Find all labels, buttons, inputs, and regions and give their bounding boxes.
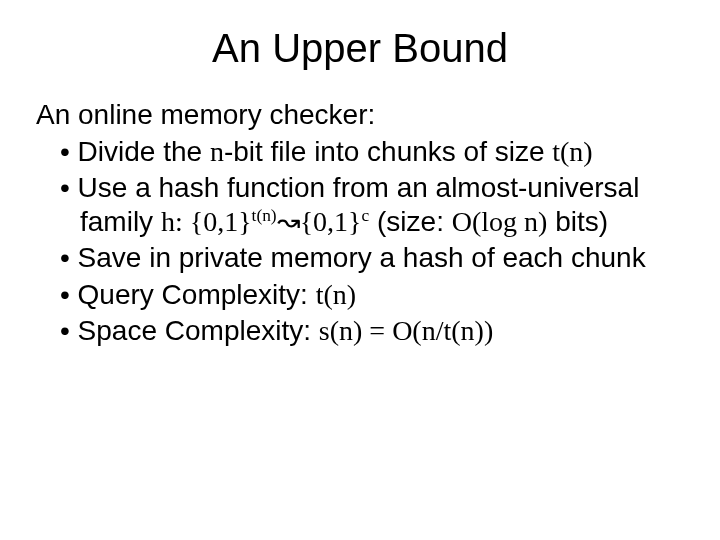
math-ologn: O(log n)	[452, 206, 548, 237]
math-sup-tn: t(n)	[252, 206, 277, 225]
slide-title: An Upper Bound	[36, 26, 684, 71]
math-tn2: t(n)	[316, 279, 356, 310]
bullet-list: Divide the n-bit file into chunks of siz…	[36, 135, 684, 348]
intro-line: An online memory checker:	[36, 99, 684, 131]
bullet-1: Divide the n-bit file into chunks of siz…	[60, 135, 684, 169]
arrow-icon: ↝	[277, 206, 300, 237]
text: Save in private memory a hash of each ch…	[78, 242, 646, 273]
math-sn: s(n) = O(n/t(n))	[319, 315, 493, 346]
math-tn: t(n)	[552, 136, 592, 167]
math-h-domain: h: {0,1}	[161, 206, 252, 237]
math-n: n	[210, 136, 224, 167]
text: -bit file into chunks of size	[224, 136, 552, 167]
text: bits)	[547, 206, 608, 237]
bullet-4: Query Complexity: t(n)	[60, 278, 684, 312]
text: Divide the	[78, 136, 210, 167]
text: Space Complexity:	[78, 315, 319, 346]
bullet-5: Space Complexity: s(n) = O(n/t(n))	[60, 314, 684, 348]
text: Query Complexity:	[78, 279, 316, 310]
math-range: {0,1}	[300, 206, 362, 237]
text: (size:	[369, 206, 451, 237]
bullet-3: Save in private memory a hash of each ch…	[60, 241, 684, 275]
bullet-2: Use a hash function from an almost-unive…	[60, 171, 684, 239]
slide: An Upper Bound An online memory checker:…	[0, 0, 720, 540]
